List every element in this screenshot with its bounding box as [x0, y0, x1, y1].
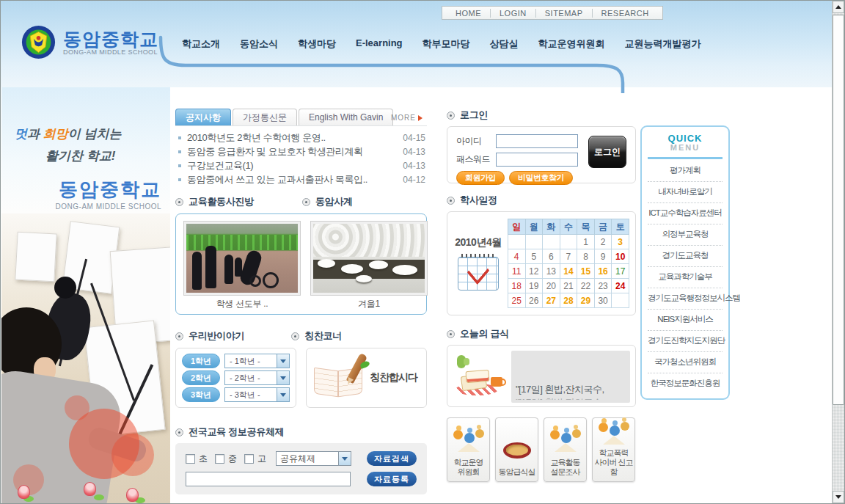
- calendar-day-cell[interactable]: 10: [612, 249, 629, 264]
- data-search-button[interactable]: 자료검색: [367, 451, 417, 466]
- calendar-day-cell[interactable]: 28: [560, 293, 577, 308]
- scroll-down-arrow-icon[interactable]: [833, 491, 844, 503]
- calendar-month-label: 2010년4월: [453, 236, 503, 249]
- scrollbar-thumb[interactable]: [833, 15, 844, 405]
- utility-nav-item[interactable]: HOME: [447, 9, 490, 18]
- quick-menu-item[interactable]: ICT교수학습자료센터: [648, 203, 723, 224]
- calendar-day-cell[interactable]: 21: [560, 279, 577, 293]
- calendar-icon: [458, 257, 499, 291]
- quick-menu-item[interactable]: 내자녀바로알기: [648, 182, 723, 203]
- notice-row[interactable]: 동암중에서 쓰고 있는 교과서출판사 목록입.. 04-12: [175, 172, 427, 186]
- content-right-column: 로그인 아이디 패스워드 로그인 회원가입 비밀번호찾기 학사일정 2010년4…: [447, 103, 636, 482]
- id-label: 아이디: [456, 135, 490, 147]
- quick-menu-item[interactable]: NEIS지원서비스: [648, 310, 723, 331]
- calendar-day-cell[interactable]: 7: [560, 249, 577, 264]
- school-level-checkbox[interactable]: [186, 454, 195, 464]
- calendar-day-cell[interactable]: 4: [508, 249, 525, 264]
- quick-menu-item[interactable]: 평가계획: [648, 161, 723, 182]
- notice-tab[interactable]: 가정통신문: [233, 109, 297, 125]
- calendar-day-cell[interactable]: 23: [594, 279, 612, 293]
- quick-menu-item[interactable]: 교육과학기술부: [648, 267, 723, 288]
- calendar-day-cell[interactable]: 22: [577, 279, 595, 293]
- quick-menu-title: QUICK: [648, 134, 723, 143]
- more-button[interactable]: MORE: [391, 114, 425, 122]
- shortcut-button[interactable]: 학교운영위원회: [447, 417, 490, 482]
- quick-menu-item[interactable]: 경기도진학지도지원단: [648, 331, 723, 352]
- class-select[interactable]: - 2학년 -: [224, 370, 290, 385]
- praise-banner[interactable]: 칭찬합시다: [306, 348, 427, 408]
- grade-button[interactable]: 3학년: [182, 387, 220, 402]
- quick-menu-item[interactable]: 의정부교육청: [648, 224, 723, 246]
- calendar-day-cell: [560, 235, 577, 249]
- calendar-day-cell[interactable]: 20: [543, 279, 560, 293]
- meal-box: "[17일] 흰밥,잔치국수, "[17일] 흰밥,잔치국수,: [447, 345, 636, 407]
- utility-nav-item[interactable]: SITEMAP: [535, 9, 592, 18]
- logo-text: 동암중학교 DONG-AM MIDDLE SCHOOL: [63, 29, 158, 56]
- share-system-select[interactable]: 공유체제: [276, 451, 351, 466]
- find-password-button[interactable]: 비밀번호찾기: [509, 171, 573, 185]
- notice-tab[interactable]: English With Gavin: [299, 109, 393, 125]
- calendar-day-cell[interactable]: 12: [525, 264, 543, 279]
- notice-tab[interactable]: 공지사항: [175, 109, 231, 125]
- shortcut-button[interactable]: 학교폭력사이버 신고함: [592, 417, 635, 482]
- grade-button[interactable]: 1학년: [182, 354, 220, 368]
- calendar-day-cell[interactable]: 17: [612, 264, 629, 279]
- notice-title: 동암중 응급환자 및 요보호자 학생관리계획: [187, 145, 403, 158]
- password-input[interactable]: [496, 153, 578, 167]
- calendar-day-cell[interactable]: 3: [612, 235, 629, 249]
- meal-ticker[interactable]: "[17일] 흰밥,잔치국수, "[17일] 흰밥,잔치국수,: [511, 351, 630, 403]
- main-nav-item[interactable]: 교원능력개발평가: [625, 37, 701, 51]
- share-search-input[interactable]: [186, 472, 351, 486]
- scroll-up-arrow-icon[interactable]: [833, 1, 844, 13]
- school-level-checkbox[interactable]: [215, 454, 224, 464]
- utility-nav-item[interactable]: LOGIN: [490, 9, 535, 18]
- calendar-day-cell[interactable]: 8: [577, 249, 595, 264]
- school-level-checkbox[interactable]: [244, 454, 254, 464]
- notice-row[interactable]: 구강보건교육(1) 04-13: [175, 158, 427, 172]
- shortcut-button[interactable]: 교육활동설문조사: [544, 417, 587, 482]
- calendar-day-cell[interactable]: 26: [525, 293, 543, 308]
- calendar-day-cell[interactable]: 5: [525, 249, 543, 264]
- calendar-day-cell[interactable]: 16: [594, 264, 612, 279]
- praise-banner-text: 칭찬합시다: [370, 371, 417, 384]
- quick-menu-item[interactable]: 한국정보문화진흥원: [648, 373, 723, 394]
- calendar-day-cell[interactable]: 18: [508, 279, 525, 293]
- quick-menu-item[interactable]: 국가청소년위원회: [648, 352, 723, 373]
- quick-menu-item[interactable]: 경기도교육청: [648, 246, 723, 267]
- signup-button[interactable]: 회원가입: [456, 171, 505, 185]
- calendar-day-cell[interactable]: 29: [577, 293, 595, 308]
- notice-row[interactable]: 동암중 응급환자 및 요보호자 학생관리계획 04-13: [175, 145, 427, 158]
- data-register-button[interactable]: 자료등록: [367, 472, 417, 486]
- id-input[interactable]: [496, 134, 578, 148]
- calendar-day-cell[interactable]: 27: [543, 293, 560, 308]
- quick-menu-item[interactable]: 경기도교육행정정보시스템: [648, 288, 723, 310]
- calendar-day-cell[interactable]: 24: [612, 279, 629, 293]
- class-story-box: 1학년 - 1학년 - 2학년 - 2학년 -: [175, 348, 296, 408]
- calendar-day-cell[interactable]: 15: [577, 264, 595, 279]
- chevron-down-icon: [277, 371, 289, 384]
- calendar-day-cell[interactable]: 1: [577, 235, 595, 249]
- school-emblem-icon: [21, 25, 56, 59]
- class-select[interactable]: - 1학년 -: [224, 354, 290, 368]
- calendar-day-cell[interactable]: 11: [508, 264, 525, 279]
- utility-nav-item[interactable]: RESEARCH: [592, 9, 658, 18]
- vertical-scrollbar[interactable]: [832, 1, 844, 503]
- calendar-day-cell[interactable]: 13: [543, 264, 560, 279]
- login-button[interactable]: 로그인: [588, 136, 626, 168]
- calendar-day-cell[interactable]: 9: [594, 249, 612, 264]
- grade-button[interactable]: 2학년: [182, 370, 220, 385]
- calendar-day-cell[interactable]: 2: [594, 235, 612, 249]
- calendar-day-cell[interactable]: 19: [525, 279, 543, 293]
- header: HOMELOGINSITEMAPRESEARCH 동암중학교 DONG-AM M…: [1, 1, 833, 87]
- shortcut-button[interactable]: 동암급식실: [495, 417, 538, 482]
- school-logo[interactable]: 동암중학교 DONG-AM MIDDLE SCHOOL: [21, 25, 158, 59]
- calendar-day-cell[interactable]: 25: [508, 293, 525, 308]
- calendar-day-cell[interactable]: 6: [543, 249, 560, 264]
- notice-row[interactable]: 2010학년도 2학년 수학여행 운영.. 04-15: [175, 131, 427, 145]
- class-select[interactable]: - 3학년 -: [224, 387, 290, 402]
- checkbox-label: 중: [228, 453, 237, 465]
- activity-photo[interactable]: [184, 222, 300, 295]
- calendar-day-cell[interactable]: 30: [594, 293, 612, 308]
- calendar-day-cell[interactable]: 14: [560, 264, 577, 279]
- season-photo[interactable]: [311, 222, 427, 295]
